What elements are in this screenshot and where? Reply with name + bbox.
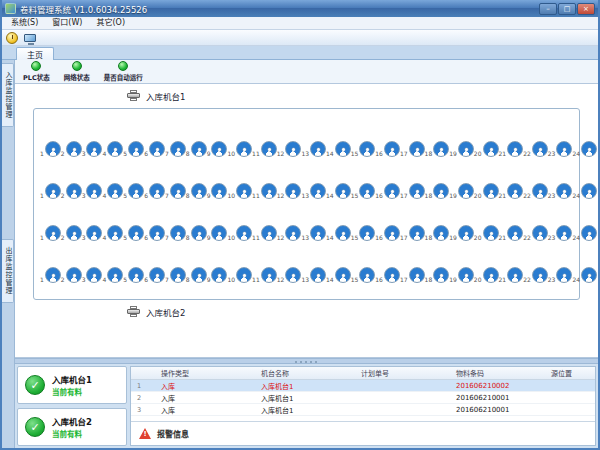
minimize-button[interactable]: – xyxy=(539,3,557,15)
coil-slot[interactable]: 21 xyxy=(499,223,524,241)
coil-slot[interactable]: 17 xyxy=(400,265,425,283)
menu-item[interactable]: 其它(O) xyxy=(89,17,132,29)
coil-slot[interactable]: 10 xyxy=(227,139,252,157)
coil-slot[interactable]: 9 xyxy=(207,265,228,283)
maximize-button[interactable]: □ xyxy=(558,3,576,15)
coil-slot[interactable]: 9 xyxy=(207,139,228,157)
coil-slot[interactable]: 19 xyxy=(449,139,474,157)
coil-slot[interactable]: 14 xyxy=(326,139,351,157)
coil-slot[interactable]: 11 xyxy=(252,265,277,283)
coil-slot[interactable]: 7 xyxy=(165,139,186,157)
coil-slot[interactable]: 10 xyxy=(227,223,252,241)
coil-slot[interactable]: 1 xyxy=(40,181,61,199)
coil-slot[interactable]: 17 xyxy=(400,181,425,199)
coil-slot[interactable]: 22 xyxy=(523,223,548,241)
coil-slot[interactable]: 3 xyxy=(82,223,103,241)
coil-slot[interactable]: 6 xyxy=(144,139,165,157)
coil-slot[interactable]: 8 xyxy=(186,265,207,283)
coil-slot[interactable]: 20 xyxy=(474,139,499,157)
coil-slot[interactable]: 13 xyxy=(301,223,326,241)
coil-slot[interactable]: 11 xyxy=(252,223,277,241)
coil-slot[interactable]: 6 xyxy=(144,223,165,241)
close-button[interactable]: × xyxy=(577,3,595,15)
coil-slot[interactable]: 18 xyxy=(425,181,450,199)
coil-slot[interactable]: 2 xyxy=(61,181,82,199)
coil-slot[interactable]: 1 xyxy=(40,265,61,283)
side-dock-tab[interactable]: 出库监控管理 xyxy=(2,239,14,303)
coil-slot[interactable]: 3 xyxy=(82,181,103,199)
table-row[interactable]: 3入库入库机台1201606210001 xyxy=(131,404,595,416)
coil-slot[interactable]: 18 xyxy=(425,139,450,157)
table-row[interactable]: 1入库入库机台1201606210002 xyxy=(131,380,595,392)
menu-item[interactable]: 系统(S) xyxy=(4,17,45,29)
clock-icon[interactable] xyxy=(6,32,18,44)
coil-slot[interactable]: 16 xyxy=(375,223,400,241)
coil-slot[interactable]: 7 xyxy=(165,223,186,241)
coil-slot[interactable]: 21 xyxy=(499,139,524,157)
coil-slot[interactable]: 8 xyxy=(186,139,207,157)
coil-slot[interactable]: 6 xyxy=(144,265,165,283)
coil-slot[interactable]: 8 xyxy=(186,223,207,241)
coil-slot[interactable]: 9 xyxy=(207,181,228,199)
side-dock-tab[interactable]: 入库监控管理 xyxy=(2,63,14,127)
coil-slot[interactable]: 2 xyxy=(61,265,82,283)
monitor-icon[interactable] xyxy=(24,34,36,42)
coil-slot[interactable]: 16 xyxy=(375,265,400,283)
coil-slot[interactable]: 24 xyxy=(572,265,597,283)
coil-slot[interactable]: 15 xyxy=(351,223,376,241)
coil-slot[interactable]: 24 xyxy=(572,139,597,157)
coil-slot[interactable]: 13 xyxy=(301,181,326,199)
coil-slot[interactable]: 4 xyxy=(102,223,123,241)
coil-slot[interactable]: 1 xyxy=(40,223,61,241)
coil-slot[interactable]: 8 xyxy=(186,181,207,199)
coil-slot[interactable]: 16 xyxy=(375,139,400,157)
coil-slot[interactable]: 19 xyxy=(449,181,474,199)
coil-slot[interactable]: 11 xyxy=(252,139,277,157)
coil-slot[interactable]: 12 xyxy=(277,181,302,199)
coil-slot[interactable]: 3 xyxy=(82,265,103,283)
coil-slot[interactable]: 22 xyxy=(523,139,548,157)
coil-slot[interactable]: 4 xyxy=(102,265,123,283)
coil-slot[interactable]: 17 xyxy=(400,139,425,157)
coil-slot[interactable]: 21 xyxy=(499,181,524,199)
coil-slot[interactable]: 13 xyxy=(301,139,326,157)
coil-slot[interactable]: 20 xyxy=(474,181,499,199)
coil-slot[interactable]: 19 xyxy=(449,223,474,241)
coil-slot[interactable]: 12 xyxy=(277,139,302,157)
coil-slot[interactable]: 11 xyxy=(252,181,277,199)
coil-slot[interactable]: 24 xyxy=(572,223,597,241)
coil-slot[interactable]: 5 xyxy=(123,223,144,241)
coil-slot[interactable]: 5 xyxy=(123,265,144,283)
coil-slot[interactable]: 22 xyxy=(523,181,548,199)
column-header[interactable]: 操作类型 xyxy=(147,367,247,379)
coil-slot[interactable]: 23 xyxy=(548,265,573,283)
column-header[interactable]: 源位置 xyxy=(537,367,595,379)
coil-slot[interactable]: 14 xyxy=(326,181,351,199)
coil-slot[interactable]: 15 xyxy=(351,139,376,157)
coil-slot[interactable]: 7 xyxy=(165,181,186,199)
coil-slot[interactable]: 19 xyxy=(449,265,474,283)
column-header[interactable]: 物料条码 xyxy=(442,367,537,379)
coil-slot[interactable]: 7 xyxy=(165,265,186,283)
coil-slot[interactable]: 4 xyxy=(102,139,123,157)
print-icon[interactable] xyxy=(127,306,140,318)
coil-slot[interactable]: 23 xyxy=(548,139,573,157)
coil-slot[interactable]: 10 xyxy=(227,265,252,283)
coil-slot[interactable]: 2 xyxy=(61,223,82,241)
coil-slot[interactable]: 6 xyxy=(144,181,165,199)
coil-slot[interactable]: 14 xyxy=(326,265,351,283)
coil-slot[interactable]: 5 xyxy=(123,139,144,157)
coil-slot[interactable]: 12 xyxy=(277,265,302,283)
coil-slot[interactable]: 15 xyxy=(351,181,376,199)
coil-slot[interactable]: 21 xyxy=(499,265,524,283)
coil-slot[interactable]: 1 xyxy=(40,139,61,157)
coil-slot[interactable]: 18 xyxy=(425,223,450,241)
coil-slot[interactable]: 2 xyxy=(61,139,82,157)
coil-slot[interactable]: 16 xyxy=(375,181,400,199)
coil-slot[interactable]: 20 xyxy=(474,223,499,241)
print-icon[interactable] xyxy=(127,90,140,102)
coil-slot[interactable]: 18 xyxy=(425,265,450,283)
coil-slot[interactable]: 20 xyxy=(474,265,499,283)
horizontal-splitter[interactable] xyxy=(15,358,598,364)
coil-slot[interactable]: 22 xyxy=(523,265,548,283)
